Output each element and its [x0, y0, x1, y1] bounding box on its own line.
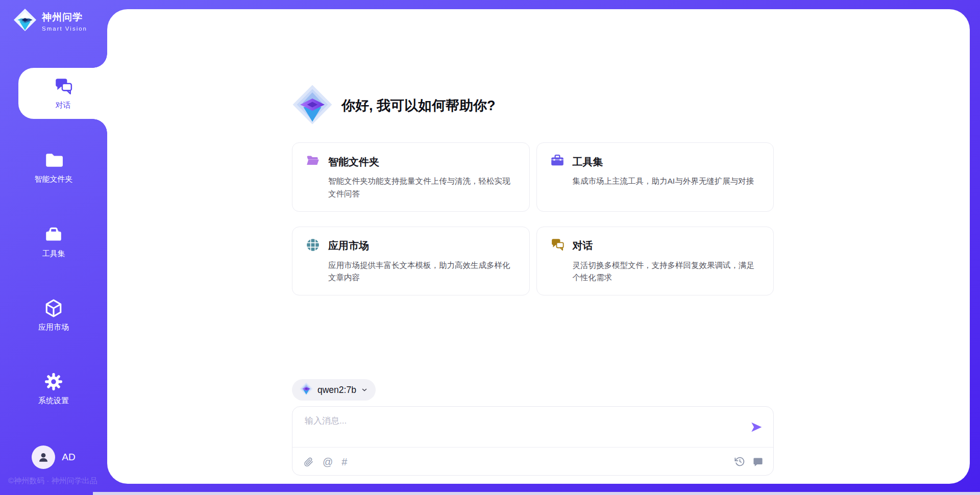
cube-icon: [44, 299, 63, 318]
hash-icon[interactable]: #: [341, 457, 347, 467]
model-selector[interactable]: qwen2:7b: [292, 379, 376, 401]
open-folder-icon: [306, 154, 320, 170]
composer-divider: [292, 447, 773, 448]
sidebar-item-label: 系统设置: [38, 396, 69, 406]
sidebar-item-chat[interactable]: 对话: [18, 68, 108, 119]
message-input[interactable]: [304, 414, 740, 445]
grid-circle-icon: [306, 238, 320, 254]
feature-cards: 智能文件夹 智能文件夹功能支持批量文件上传与清洗，轻松实现文件问答: [292, 142, 774, 295]
briefcase-icon: [550, 154, 565, 170]
card-toolset[interactable]: 工具集 集成市场上主流工具，助力AI与外界无缝扩展与对接: [536, 142, 774, 212]
paperclip-icon[interactable]: [304, 457, 314, 467]
card-header: 智能文件夹: [306, 154, 516, 170]
avatar[interactable]: [32, 445, 55, 469]
chat-bubbles-icon: [54, 77, 73, 96]
main-content: 你好, 我可以如何帮助你? 智能文件夹 智能文件夹功能支持批量文件上传与清洗，轻…: [292, 84, 774, 476]
composer-tools-left: @ #: [304, 457, 347, 467]
history-icon[interactable]: [734, 456, 745, 467]
card-description: 集成市场上主流工具，助力AI与外界无缝扩展与对接: [573, 175, 761, 188]
message-composer: @ #: [292, 406, 774, 476]
card-header: 工具集: [550, 154, 761, 170]
sidebar-item-toolset[interactable]: 工具集: [0, 225, 107, 259]
at-icon[interactable]: @: [323, 457, 333, 467]
copyright-footer: ©神州数码 · 神州问学出品: [8, 476, 97, 486]
card-description: 智能文件夹功能支持批量文件上传与清洗，轻松实现文件问答: [328, 175, 516, 201]
card-description: 应用市场提供丰富长文本模板，助力高效生成多样化文章内容: [328, 259, 516, 285]
greeting-text: 你好, 我可以如何帮助你?: [341, 96, 496, 115]
brand-logo: 神州问学 Smart Vision: [13, 8, 87, 34]
gear-icon: [44, 372, 63, 391]
card-description: 灵活切换多模型文件，支持多样回复效果调试，满足个性化需求: [573, 259, 761, 285]
greeting: 你好, 我可以如何帮助你?: [292, 84, 774, 127]
card-title: 智能文件夹: [328, 155, 379, 169]
sidebar-item-settings[interactable]: 系统设置: [0, 372, 107, 406]
chat-bubbles-icon: [550, 238, 565, 254]
page-bottom-strip: [93, 492, 980, 495]
chevron-down-icon: [361, 386, 368, 393]
user-name: AD: [62, 452, 75, 463]
card-title: 工具集: [573, 155, 603, 169]
card-title: 应用市场: [328, 239, 369, 253]
sidebar-item-label: 智能文件夹: [35, 175, 73, 184]
sidebar: 神州问学 Smart Vision 对话 智能文件夹: [0, 0, 107, 495]
sidebar-item-label: 应用市场: [38, 323, 69, 332]
brand-subtitle: Smart Vision: [42, 26, 87, 32]
card-app-market[interactable]: 应用市场 应用市场提供丰富长文本模板，助力高效生成多样化文章内容: [292, 227, 530, 296]
brand-diamond-icon: [13, 8, 37, 34]
person-icon: [37, 451, 50, 464]
user-account[interactable]: AD: [0, 445, 107, 469]
assistant-diamond-logo: [292, 84, 333, 127]
card-title: 对话: [573, 239, 593, 253]
card-smart-folder[interactable]: 智能文件夹 智能文件夹功能支持批量文件上传与清洗，轻松实现文件问答: [292, 142, 530, 212]
sidebar-item-label: 工具集: [42, 249, 65, 259]
send-icon[interactable]: [750, 420, 763, 434]
sidebar-item-label: 对话: [56, 101, 71, 110]
card-header: 应用市场: [306, 238, 516, 254]
folder-icon: [44, 151, 63, 170]
sidebar-item-smart-folder[interactable]: 智能文件夹: [0, 151, 107, 184]
brand-text: 神州问学 Smart Vision: [42, 11, 87, 32]
card-chat[interactable]: 对话 灵活切换多模型文件，支持多样回复效果调试，满足个性化需求: [536, 227, 774, 296]
brand-name: 神州问学: [42, 11, 87, 24]
model-diamond-logo: [300, 382, 313, 398]
model-name: qwen2:7b: [317, 385, 356, 395]
chat-bubble-icon[interactable]: [753, 457, 763, 467]
toolbox-icon: [44, 225, 63, 244]
sidebar-item-app-market[interactable]: 应用市场: [0, 299, 107, 332]
composer-tools-right: [734, 456, 763, 467]
app-window: 神州问学 Smart Vision 对话 智能文件夹: [0, 0, 980, 495]
card-header: 对话: [550, 238, 761, 254]
